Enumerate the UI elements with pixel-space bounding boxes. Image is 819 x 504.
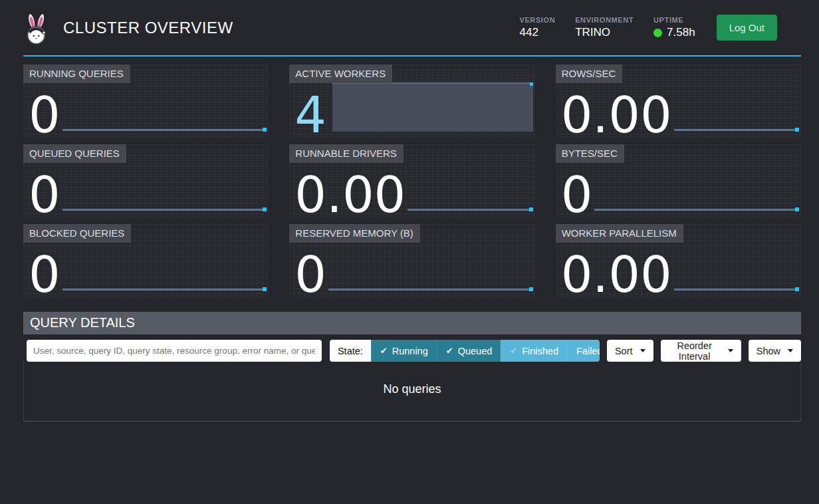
- state-filter-button[interactable]: ✔ Finished: [501, 340, 567, 362]
- header: CLUSTER OVERVIEW VERSION 442 ENVIRONMENT…: [23, 0, 801, 57]
- state-filter-group: State: ✔ Running ✔ Queued ✔ Finished Fai…: [330, 340, 600, 362]
- stat-card-label: WORKER PARALLELISM: [556, 224, 683, 243]
- meta-label: UPTIME: [653, 16, 695, 24]
- meta-label: ENVIRONMENT: [575, 16, 634, 24]
- check-icon: ✔: [380, 346, 388, 356]
- state-filter-button[interactable]: ✔ Running: [371, 340, 437, 362]
- meta-label: VERSION: [519, 16, 555, 24]
- meta-value: 7.58h: [653, 26, 695, 39]
- caret-down-icon: [788, 349, 793, 352]
- state-filter-button[interactable]: ✔ Queued: [437, 340, 501, 362]
- sparkline-chart: [62, 209, 267, 211]
- check-icon: ✔: [446, 346, 453, 356]
- page-container: CLUSTER OVERVIEW VERSION 442 ENVIRONMENT…: [23, 0, 801, 422]
- stat-card-value: 0: [29, 175, 60, 216]
- query-details-title: QUERY DETAILS: [23, 312, 801, 334]
- caret-down-icon: [640, 349, 645, 352]
- meta-value-text: TRINO: [575, 26, 610, 39]
- sparkline-chart: [332, 82, 533, 132]
- stat-card-value: 0: [29, 95, 60, 136]
- stat-card: BLOCKED QUERIES 0: [23, 224, 269, 299]
- state-filter-button[interactable]: Failed: [567, 340, 600, 362]
- toolbar-buttons: Sort Reorder Interval Show: [600, 340, 801, 362]
- stat-card-label: ROWS/SEC: [556, 64, 623, 83]
- stat-card-label: BYTES/SEC: [556, 144, 624, 163]
- toolbar-dropdown-button[interactable]: Sort: [607, 340, 653, 362]
- stat-card: ROWS/SEC 0.00: [556, 64, 801, 139]
- stat-card: ACTIVE WORKERS 4: [289, 64, 534, 139]
- stat-card-label: BLOCKED QUERIES: [23, 224, 131, 243]
- header-meta-item: ENVIRONMENT TRINO: [575, 16, 634, 39]
- stat-card: BYTES/SEC 0: [556, 144, 801, 219]
- sparkline-chart: [674, 129, 799, 131]
- caret-down-icon: [728, 349, 733, 352]
- stat-card-value: 0: [294, 255, 326, 296]
- query-toolbar: State: ✔ Running ✔ Queued ✔ Finished Fai…: [23, 340, 801, 362]
- sparkline-chart: [408, 209, 532, 211]
- toolbar-dropdown-button[interactable]: Reorder Interval: [661, 340, 741, 362]
- sparkline-chart: [328, 289, 533, 291]
- stat-card-label: RUNNABLE DRIVERS: [289, 144, 404, 163]
- stat-card-value: 0: [561, 175, 593, 216]
- stat-card-label: RUNNING QUERIES: [23, 64, 130, 83]
- stat-card: RUNNABLE DRIVERS 0.00: [289, 144, 534, 219]
- stats-grid: RUNNING QUERIES 0 ACTIVE WORKERS 4 ROWS/…: [23, 64, 801, 299]
- stat-card: QUEUED QUERIES 0: [23, 144, 269, 219]
- stat-card-value: 4: [294, 95, 326, 136]
- uptime-status-dot: [653, 29, 662, 37]
- stat-card: RUNNING QUERIES 0: [23, 64, 269, 139]
- header-meta-item: VERSION 442: [519, 16, 555, 39]
- sparkline-chart: [62, 289, 267, 291]
- sparkline-chart: [62, 129, 267, 131]
- stat-card-value: 0.00: [294, 175, 406, 216]
- meta-value-text: 442: [519, 26, 538, 39]
- stat-card-value: 0.00: [561, 255, 672, 296]
- bunny-logo-icon[interactable]: [23, 13, 50, 46]
- toolbar-dropdown-button[interactable]: Show: [749, 340, 801, 362]
- search-input[interactable]: [27, 340, 322, 362]
- stat-card-label: RESERVED MEMORY (B): [289, 224, 420, 243]
- stat-card-label: ACTIVE WORKERS: [289, 64, 392, 83]
- page-title: CLUSTER OVERVIEW: [63, 19, 233, 37]
- meta-value: 442: [519, 26, 555, 39]
- stat-card-value: 0.00: [561, 95, 672, 136]
- stat-card-label: QUEUED QUERIES: [23, 144, 126, 163]
- stat-card: RESERVED MEMORY (B) 0: [289, 224, 534, 299]
- stat-card: WORKER PARALLELISM 0.00: [556, 224, 801, 299]
- query-list: No queries: [23, 362, 801, 422]
- logout-button[interactable]: Log Out: [717, 15, 777, 41]
- empty-queries-message: No queries: [383, 382, 441, 396]
- meta-value-text: 7.58h: [667, 26, 695, 39]
- header-meta-item: UPTIME 7.58h: [653, 16, 695, 39]
- sparkline-chart: [594, 209, 799, 211]
- stat-card-value: 0: [29, 255, 60, 296]
- state-filter-label: State:: [330, 340, 371, 362]
- meta-value: TRINO: [575, 26, 634, 39]
- header-meta: VERSION 442 ENVIRONMENT TRINO UPTIME 7.5…: [519, 16, 695, 39]
- check-icon: ✔: [510, 346, 517, 356]
- sparkline-chart: [674, 289, 799, 291]
